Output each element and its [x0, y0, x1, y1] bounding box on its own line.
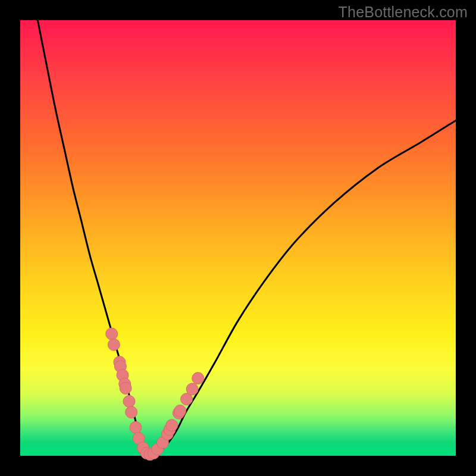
data-point: [123, 396, 135, 408]
marker-layer: [106, 328, 204, 461]
data-point: [192, 372, 204, 384]
watermark-text: TheBottleneck.com: [339, 4, 468, 21]
data-point: [108, 339, 120, 350]
data-point: [126, 406, 137, 418]
data-point: [186, 383, 198, 395]
curve-layer: [37, 20, 456, 456]
chart-frame: TheBottleneck.com: [0, 0, 476, 476]
data-point: [174, 405, 186, 417]
data-point: [166, 419, 178, 431]
chart-svg: [0, 0, 476, 476]
data-point: [106, 328, 118, 340]
bottleneck-curve: [37, 20, 456, 456]
data-point: [120, 383, 131, 394]
data-point: [130, 421, 142, 433]
